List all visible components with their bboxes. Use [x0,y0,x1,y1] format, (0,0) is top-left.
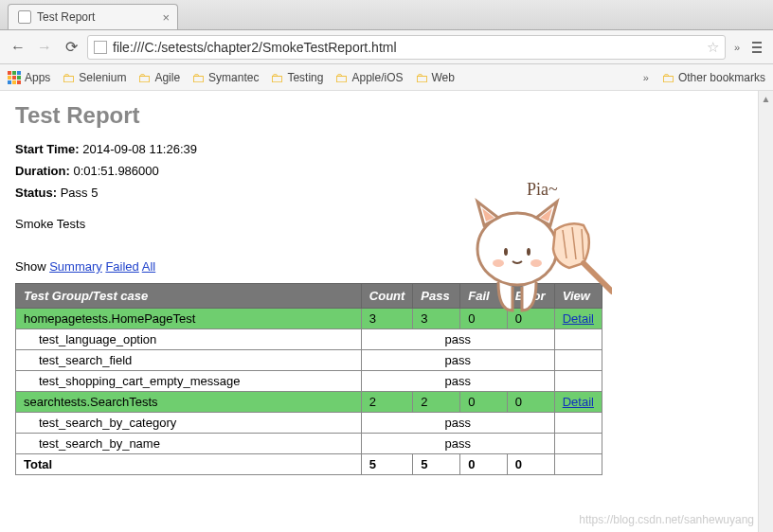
scrollbar[interactable]: ▲ [758,91,773,532]
start-time: Start Time: 2014-09-08 11:26:39 [15,142,758,156]
bookmark-folder[interactable]: 🗀Web [415,70,455,85]
folder-icon: 🗀 [415,70,428,85]
case-result: pass [361,434,554,454]
detail-link[interactable]: Detail [563,395,594,409]
svg-point-1 [504,248,508,256]
svg-point-2 [527,248,530,256]
scroll-up-icon[interactable]: ▲ [759,91,773,106]
case-row: test_search_by_category pass [16,413,602,434]
case-result: pass [361,371,554,392]
group-row: searchtests.SearchTests 22 00 Detail [16,392,602,413]
show-all-link[interactable]: All [142,259,155,274]
case-result: pass [361,350,554,371]
case-name: test_search_by_category [16,413,362,434]
bookmark-folder[interactable]: 🗀Testing [270,70,323,85]
show-summary-link[interactable]: Summary [49,259,102,274]
forward-button[interactable]: → [34,37,55,58]
th-name: Test Group/Test case [16,284,362,309]
case-row: test_shopping_cart_empty_message pass [16,371,602,392]
cat-illustration: Pia~ [460,178,612,320]
case-name: test_shopping_cart_empty_message [16,371,362,392]
reload-button[interactable]: ⟳ [61,37,81,58]
filter-links: Show Summary Failed All [15,259,758,274]
browser-toolbar: ← → ⟳ file:///C:/setests/chapter2/SmokeT… [0,30,773,64]
case-result: pass [361,329,554,350]
url-text: file:///C:/setests/chapter2/SmokeTestRep… [113,40,701,55]
bookmark-folder[interactable]: 🗀Selenium [62,70,126,85]
address-bar[interactable]: file:///C:/setests/chapter2/SmokeTestRep… [87,35,726,60]
svg-point-3 [493,259,504,267]
apps-button[interactable]: Apps [8,71,50,84]
case-name: test_search_by_name [16,434,362,454]
case-result: pass [361,413,554,434]
page-title: Test Report [15,102,758,129]
overflow-chevron-icon[interactable]: » [731,42,743,53]
bookmark-folder[interactable]: 🗀Apple/iOS [334,70,403,85]
page-icon [94,41,107,54]
page-icon [18,10,31,24]
case-name: test_language_option [16,329,362,350]
folder-icon: 🗀 [270,70,283,85]
case-name: test_search_field [16,350,362,371]
svg-point-4 [530,259,542,267]
cat-text-icon: Pia~ [527,180,558,199]
group-name: searchtests.SearchTests [16,392,362,413]
back-button[interactable]: ← [8,37,28,58]
status: Status: Pass 5 [15,186,758,200]
hamburger-menu-icon[interactable] [748,42,765,53]
other-bookmarks[interactable]: 🗀Other bookmarks [661,70,765,85]
case-row: test_search_by_name pass [16,434,602,454]
close-icon[interactable]: × [162,10,170,25]
th-pass: Pass [413,284,460,309]
watermark: https://blog.csdn.net/sanhewuyang [579,513,754,526]
bookmarks-overflow-icon[interactable]: » [640,72,652,83]
folder-icon: 🗀 [334,70,348,85]
th-count: Count [361,284,413,309]
bookmark-folder[interactable]: 🗀Symantec [191,70,259,85]
group-name: homepagetests.HomePageTest [16,309,362,329]
bookmark-folder[interactable]: 🗀Agile [137,70,180,85]
browser-tab-bar: Test Report × [0,0,773,30]
bookmark-star-icon[interactable]: ☆ [707,39,719,56]
folder-icon: 🗀 [661,70,674,85]
case-row: test_language_option pass [16,329,602,350]
case-row: test_search_field pass [16,350,602,371]
apps-grid-icon [8,71,21,84]
suite-name: Smoke Tests [15,217,758,231]
folder-icon: 🗀 [62,70,75,85]
browser-tab[interactable]: Test Report × [8,4,178,29]
folder-icon: 🗀 [137,70,151,85]
bookmarks-bar: Apps 🗀Selenium 🗀Agile 🗀Symantec 🗀Testing… [0,64,773,91]
total-row: Total5 50 0 [16,454,602,475]
tab-title: Test Report [37,10,95,24]
duration: Duration: 0:01:51.986000 [15,164,758,178]
page-content: Test Report Start Time: 2014-09-08 11:26… [0,91,773,487]
folder-icon: 🗀 [191,70,205,85]
show-failed-link[interactable]: Failed [105,259,138,274]
apps-label: Apps [25,71,50,84]
